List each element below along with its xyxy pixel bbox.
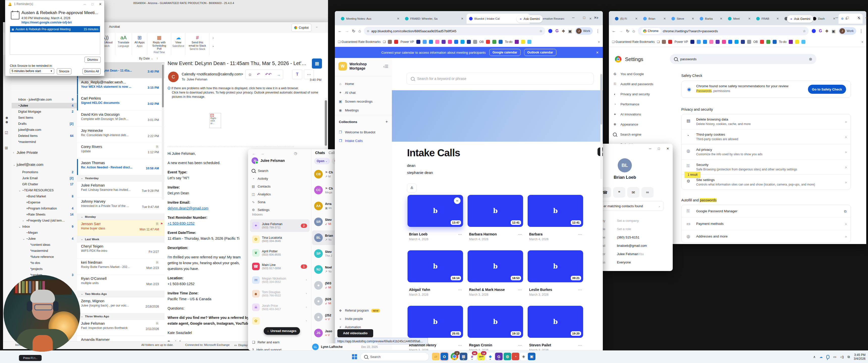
bookmark-folder-icon[interactable]: ❏ bbox=[657, 40, 660, 44]
reply-all-icon[interactable]: ↶↶ bbox=[263, 72, 274, 77]
banner-close-icon[interactable]: ✕ bbox=[596, 51, 599, 55]
back-icon[interactable]: ← bbox=[338, 29, 342, 33]
sidebar-item-ai-chat[interactable]: ✦AI chat bbox=[338, 89, 388, 96]
home-icon[interactable]: ⌂ bbox=[358, 29, 361, 33]
bookmarks-folder[interactable]: ❏ Guaranteed Rate Bookmarks bbox=[612, 40, 655, 44]
minimize-icon[interactable]: ─ bbox=[572, 15, 575, 20]
email-section-header[interactable]: ⌄Yesterday bbox=[77, 175, 164, 182]
menu-dots-icon[interactable]: ⋮ bbox=[596, 29, 600, 34]
email-row[interactable]: David Kim via DocusignComplete with Docu… bbox=[77, 111, 164, 127]
microphone-icon[interactable] bbox=[826, 355, 829, 359]
reload-icon[interactable]: ↻ bbox=[626, 29, 629, 34]
folder-item-promotions[interactable]: Promotions2 bbox=[11, 169, 77, 175]
ribbon-overflow[interactable]: ›⌄ bbox=[210, 33, 217, 55]
snooze-select[interactable]: 5 minutes before start▼ bbox=[10, 68, 54, 74]
bookmark-favicon[interactable] bbox=[527, 40, 531, 44]
inbox-item-april-potter[interactable]: ❦April Potter(503) 606-8555 bbox=[250, 246, 310, 259]
close-icon[interactable]: ✕ bbox=[857, 15, 860, 20]
bookmark-favicon[interactable] bbox=[429, 40, 433, 44]
app-icon-blue[interactable]: ▣ bbox=[528, 353, 535, 360]
menu-dots-icon[interactable]: ⋮ bbox=[859, 29, 863, 34]
folder-item--projects[interactable]: *projects bbox=[11, 266, 77, 272]
site-info-icon[interactable]: ⊙ bbox=[367, 30, 369, 33]
settings-row-security[interactable]: ⚿SecuritySafe Browsing (protection from … bbox=[682, 159, 850, 174]
bookmark-ob[interactable]: OB bbox=[753, 40, 758, 44]
recording-card-barbara[interactable]: b12:41 bbox=[528, 195, 583, 227]
address-bar[interactable]: ⊙ app.bluedothq.com/collection/6865aacaa… bbox=[364, 27, 545, 35]
ribbon-button-view[interactable]: ☁View bbox=[173, 33, 184, 45]
sidebar-item-invite-people[interactable]: +Invite people bbox=[338, 316, 388, 322]
bookmark-favicon[interactable] bbox=[741, 40, 745, 44]
email-row[interactable]: Zemp, MignonJulee (looping back) , per o… bbox=[77, 297, 164, 314]
email-row[interactable]: Julee FelsmanFwd: Inspection pictures Bo… bbox=[77, 320, 164, 336]
contact-field-value-access[interactable]: Everyone bbox=[617, 259, 671, 265]
copilot-button[interactable]: Copilot bbox=[291, 24, 311, 32]
bookmark-favicon[interactable] bbox=[394, 40, 398, 44]
folder-item-inbox[interactable]: ⌄Inbox9 bbox=[11, 224, 77, 229]
folder-item--megan[interactable]: ~Megan bbox=[11, 230, 77, 235]
volume-icon[interactable]: ◁) bbox=[840, 355, 844, 359]
accept-invite-button[interactable]: ▦ bbox=[312, 59, 322, 69]
quo-icon[interactable]: QUO14 bbox=[477, 353, 485, 360]
settings-row-google-password-manager[interactable]: ⚿Google Password Manager⧉ bbox=[682, 205, 850, 217]
tray-date[interactable]: 3/4/2026 bbox=[854, 357, 866, 361]
maximize-icon[interactable]: □ bbox=[583, 15, 585, 20]
app-icon-purple-g[interactable]: G bbox=[495, 353, 503, 360]
bookmark-favicon[interactable] bbox=[521, 40, 525, 44]
email-row[interactable]: Corey RiversUpdate1:12 PM⎘ bbox=[77, 143, 164, 159]
settings-nav-search-engine[interactable]: Search engine bbox=[613, 131, 671, 138]
onedrive-icon[interactable]: ☁ bbox=[819, 355, 823, 359]
browser-tab-dash[interactable]: Dash✕ bbox=[810, 13, 837, 24]
copy-link-icon[interactable]: ∞ bbox=[454, 197, 461, 204]
ask-gemini-button[interactable]: ✦Ask Gemini bbox=[787, 15, 813, 23]
email-row[interactable]: Auto_Reply@mailer.wexh...Your WEX HSA st… bbox=[77, 78, 164, 95]
message-button[interactable]: ❝ bbox=[613, 187, 625, 198]
sidebar-item-activity[interactable]: ◔Activity bbox=[252, 175, 310, 182]
sidebar-item-contacts[interactable]: ▤Contacts bbox=[252, 183, 310, 190]
teams-share-button[interactable]: T bbox=[292, 70, 302, 79]
email-section-header[interactable]: ⌄Monday bbox=[77, 214, 164, 220]
extension-blue-icon[interactable] bbox=[548, 29, 552, 33]
download-banner[interactable]: ⓘ If there are problems with how this me… bbox=[167, 86, 321, 99]
sidebar-item-search[interactable]: Search bbox=[252, 167, 310, 174]
folder-item-junk-email[interactable]: Junk Email[2] bbox=[11, 175, 77, 181]
forward-icon[interactable]: → bbox=[260, 151, 264, 156]
card-menu-icon[interactable]: ⋯ bbox=[518, 288, 522, 292]
card-menu-icon[interactable]: ⋯ bbox=[458, 343, 462, 348]
bookmark-favicon[interactable] bbox=[716, 40, 720, 44]
bookmark-star-icon[interactable]: ☆ bbox=[803, 29, 806, 33]
reminder-event-link[interactable]: https://meet.google.com/sie-ixfj-bri bbox=[22, 21, 72, 24]
bookmark-favicon[interactable] bbox=[515, 40, 519, 44]
refer-and-earn[interactable]: ❑Refer and earn bbox=[252, 340, 279, 344]
link-button[interactable]: ∞ bbox=[642, 187, 653, 198]
bookmark-favicon[interactable] bbox=[388, 40, 392, 44]
collection-item-welcome-to-bluedot[interactable]: ❐Welcome to Bluedot bbox=[338, 129, 388, 136]
bookmark-favicon[interactable] bbox=[697, 40, 701, 44]
dismiss-button[interactable]: Dismiss bbox=[85, 57, 101, 63]
email-row[interactable]: Carl PerkinsSigned HELOC documents3:02 P… bbox=[77, 95, 164, 111]
email-row[interactable]: Ryan O'Connellmultiple unitsMon 2/23 bbox=[77, 275, 164, 291]
people-icon[interactable]: ☻☻ bbox=[5, 116, 11, 124]
recording-card-rachel-mark-hasse[interactable]: b18:53 bbox=[468, 250, 523, 282]
app-icon-red[interactable]: ◔ bbox=[512, 353, 519, 360]
forward-icon[interactable]: → bbox=[619, 29, 623, 33]
bookmark-favicon[interactable] bbox=[473, 40, 477, 44]
recording-card-barbara-harmon[interactable]: b12:41 bbox=[468, 195, 523, 227]
address-bar[interactable]: Chrome chrome://settings/?search=passwor… bbox=[638, 27, 809, 35]
bookmark-favicon[interactable] bbox=[722, 40, 726, 44]
bookmark-folder-icon[interactable]: ❏ bbox=[383, 40, 386, 44]
sidebar-item-home[interactable]: ⌂Home bbox=[338, 80, 388, 87]
outlook-calendar-button[interactable]: Outlook calendar bbox=[524, 49, 556, 56]
bookmarks-overflow-icon[interactable]: » bbox=[862, 40, 863, 44]
bookmark-todo[interactable]: To-do bbox=[779, 40, 786, 44]
bookmark-favicon[interactable] bbox=[448, 40, 452, 44]
folder-item--program-information[interactable]: +Program Information4 bbox=[11, 206, 77, 211]
matching-contacts-dropdown[interactable]: er matching contacts found ⌄ bbox=[600, 201, 664, 211]
folder-item--julee[interactable]: ~Julee4 bbox=[11, 103, 77, 108]
settings-row-payment-methods[interactable]: ▭Payment methods› bbox=[682, 217, 850, 230]
react-icon[interactable]: ☺ bbox=[246, 72, 254, 77]
reply-icon[interactable]: ↶ bbox=[254, 72, 263, 77]
card-menu-icon[interactable]: ⋯ bbox=[578, 288, 582, 292]
reading-list-icon[interactable]: ▣ bbox=[832, 29, 835, 34]
more-actions-button[interactable]: ⋯ bbox=[304, 70, 314, 79]
